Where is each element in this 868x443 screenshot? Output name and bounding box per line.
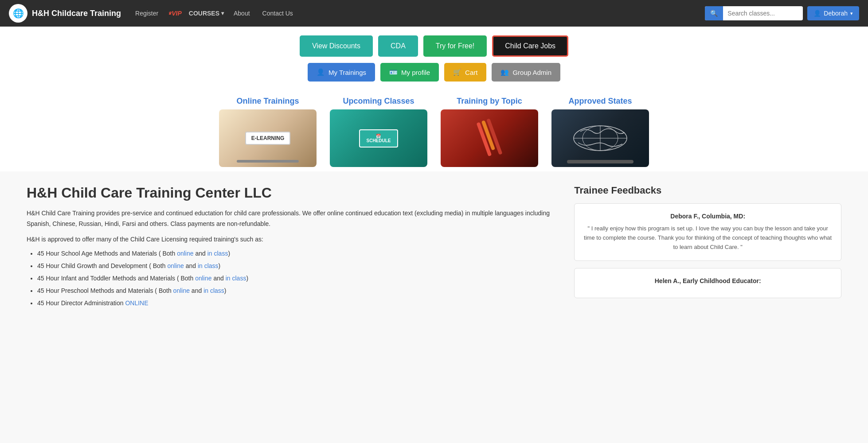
child-care-jobs-button[interactable]: Child Care Jobs bbox=[492, 35, 568, 57]
navbar: 🌐 H&H Childcare Training Register ♛VIP C… bbox=[0, 0, 868, 27]
hero-btn-row-2: 👤 My Trainings 🪪 My profile 🛒 Cart 👥 Gro… bbox=[308, 63, 560, 82]
category-upcoming-image: 📅 SCHEDULE bbox=[330, 109, 427, 167]
hero-section: View Discounts CDA Try for Free! Child C… bbox=[0, 27, 868, 86]
feedback-card-1: Debora F., Columbia, MD: " I really enjo… bbox=[574, 203, 841, 261]
user-name: Deborah bbox=[824, 10, 848, 17]
hero-btn-row-1: View Discounts CDA Try for Free! Child C… bbox=[300, 35, 568, 57]
online-link-5[interactable]: ONLINE bbox=[125, 299, 148, 307]
search-input[interactable] bbox=[723, 7, 803, 20]
list-item: 45 Hour Preschool Methods and Materials … bbox=[37, 284, 561, 297]
cda-button[interactable]: CDA bbox=[378, 35, 418, 57]
feedback-card-2: Helen A., Early Childhood Educator: bbox=[574, 268, 841, 298]
online-link-1[interactable]: online bbox=[177, 250, 193, 257]
category-training-by-topic[interactable]: Training by Topic bbox=[441, 97, 538, 167]
nav-register[interactable]: Register bbox=[133, 8, 161, 19]
category-topic-image bbox=[441, 109, 538, 167]
categories-section: Online Trainings E-LEARNING Upcoming Cla… bbox=[0, 86, 868, 171]
inclass-link-2[interactable]: in class bbox=[198, 262, 219, 269]
main-desc-1: H&H Child Care Training provides pre-ser… bbox=[27, 208, 561, 229]
search-button[interactable]: 🔍 bbox=[705, 6, 723, 20]
nav-contact[interactable]: Contact Us bbox=[260, 8, 296, 19]
list-item: 45 Hour Child Growth and Development ( B… bbox=[37, 260, 561, 272]
vip-badge: ♛VIP bbox=[168, 10, 182, 17]
online-link-2[interactable]: online bbox=[167, 262, 184, 269]
approved-label: H&H is approved to offer many of the Chi… bbox=[27, 236, 561, 243]
category-states-image bbox=[551, 109, 649, 167]
feedback-author-2: Helen A., Early Childhood Educator: bbox=[583, 277, 832, 284]
category-upcoming-classes[interactable]: Upcoming Classes 📅 SCHEDULE bbox=[330, 97, 427, 167]
logo-icon: 🌐 bbox=[9, 4, 27, 23]
inclass-link-3[interactable]: in class bbox=[226, 275, 246, 282]
online-link-4[interactable]: online bbox=[173, 287, 190, 294]
list-item: 45 Hour Director Administration ONLINE bbox=[37, 297, 561, 309]
group-admin-icon: 👥 bbox=[500, 68, 509, 76]
category-online-trainings[interactable]: Online Trainings E-LEARNING bbox=[219, 97, 317, 167]
search-box: 🔍 bbox=[705, 6, 803, 20]
try-for-free-button[interactable]: Try for Free! bbox=[423, 35, 487, 57]
inclass-link-4[interactable]: in class bbox=[203, 287, 224, 294]
main-right: Trainee Feedbacks Debora F., Columbia, M… bbox=[574, 185, 841, 309]
nav-about[interactable]: About bbox=[231, 8, 253, 19]
category-approved-states[interactable]: Approved States bbox=[551, 97, 649, 167]
online-link-3[interactable]: online bbox=[195, 275, 211, 282]
cart-icon: 🛒 bbox=[453, 68, 461, 76]
brand-logo[interactable]: 🌐 H&H Childcare Training bbox=[9, 4, 121, 23]
list-item: 45 Hour School Age Methods and Materials… bbox=[37, 247, 561, 260]
vip-crown: ♛ bbox=[168, 11, 172, 16]
feedback-author-1: Debora F., Columbia, MD: bbox=[583, 213, 832, 220]
group-admin-button[interactable]: 👥 Group Admin bbox=[492, 63, 560, 82]
my-profile-icon: 🪪 bbox=[389, 68, 398, 76]
category-upcoming-title[interactable]: Upcoming Classes bbox=[343, 97, 414, 106]
main-left: H&H Child Care Training Center LLC H&H C… bbox=[27, 185, 561, 309]
navbar-right: 🔍 👤 Deborah bbox=[705, 6, 859, 20]
inclass-link-1[interactable]: in class bbox=[207, 250, 228, 257]
user-menu-button[interactable]: 👤 Deborah bbox=[807, 6, 859, 20]
category-online-title[interactable]: Online Trainings bbox=[236, 97, 299, 106]
main-title: H&H Child Care Training Center LLC bbox=[27, 185, 561, 201]
my-profile-button[interactable]: 🪪 My profile bbox=[380, 63, 439, 82]
category-states-title[interactable]: Approved States bbox=[568, 97, 632, 106]
category-online-image: E-LEARNING bbox=[219, 109, 317, 167]
user-icon: 👤 bbox=[813, 10, 821, 17]
main-content: H&H Child Care Training Center LLC H&H C… bbox=[0, 171, 868, 323]
category-topic-title[interactable]: Training by Topic bbox=[457, 97, 522, 106]
my-trainings-button[interactable]: 👤 My Trainings bbox=[308, 63, 375, 82]
brand-name: H&H Childcare Training bbox=[32, 9, 121, 18]
feedback-title: Trainee Feedbacks bbox=[574, 185, 841, 196]
nav-courses[interactable]: COURSES bbox=[189, 10, 224, 17]
list-item: 45 Hour Infant and Toddler Methods and M… bbox=[37, 272, 561, 284]
cart-button[interactable]: 🛒 Cart bbox=[444, 63, 486, 82]
feedback-text-1: " I really enjoy how this program is set… bbox=[583, 224, 832, 252]
course-list: 45 Hour School Age Methods and Materials… bbox=[27, 247, 561, 309]
my-trainings-icon: 👤 bbox=[317, 68, 325, 76]
view-discounts-button[interactable]: View Discounts bbox=[300, 35, 373, 57]
